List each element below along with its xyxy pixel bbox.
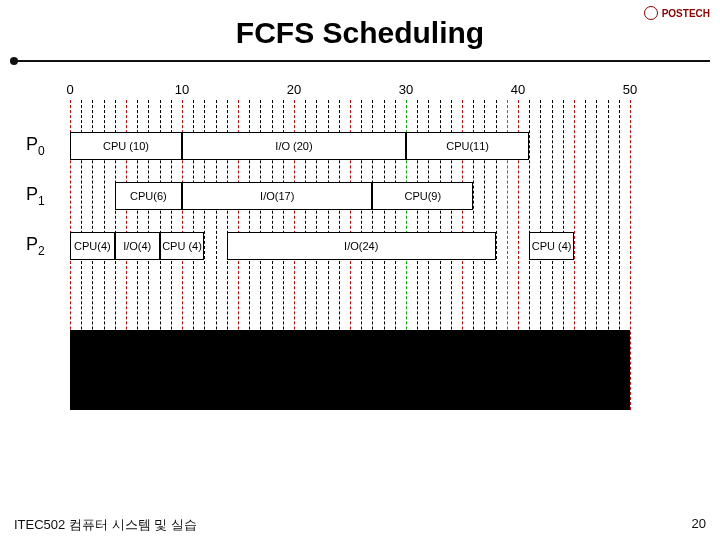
process-row: P0CPU (10)I/O (20)CPU(11) bbox=[70, 128, 630, 168]
postech-logo: POSTECH bbox=[644, 6, 710, 20]
segment: CPU(4) bbox=[70, 232, 115, 260]
process-row: P2CPU(4)I/O(4)CPU (4)I/O(24)CPU (4) bbox=[70, 228, 630, 268]
logo-text: POSTECH bbox=[662, 8, 710, 19]
segment: CPU(11) bbox=[406, 132, 529, 160]
segment: CPU (10) bbox=[70, 132, 182, 160]
segment: CPU (4) bbox=[529, 232, 574, 260]
title-rule bbox=[10, 60, 710, 64]
footer: ITEC502 컴퓨터 시스템 및 실습 20 bbox=[14, 516, 706, 534]
segment: CPU(9) bbox=[372, 182, 473, 210]
page-title: FCFS Scheduling bbox=[0, 0, 720, 50]
process-label: P2 bbox=[26, 234, 45, 258]
rows: P0CPU (10)I/O (20)CPU(11)P1CPU(6)I/O(17)… bbox=[70, 128, 630, 278]
tick-label: 50 bbox=[623, 82, 637, 97]
black-band bbox=[70, 330, 630, 410]
axis-labels: 01020304050 bbox=[70, 82, 630, 98]
segment: I/O(24) bbox=[227, 232, 496, 260]
seal-icon bbox=[644, 6, 658, 20]
footer-left: ITEC502 컴퓨터 시스템 및 실습 bbox=[14, 516, 197, 534]
segment: I/O(4) bbox=[115, 232, 160, 260]
page-number: 20 bbox=[692, 516, 706, 534]
segment: I/O(17) bbox=[182, 182, 372, 210]
tick-label: 30 bbox=[399, 82, 413, 97]
segment: CPU (4) bbox=[160, 232, 205, 260]
segment: I/O (20) bbox=[182, 132, 406, 160]
tick-label: 40 bbox=[511, 82, 525, 97]
process-label: P1 bbox=[26, 184, 45, 208]
tick-label: 20 bbox=[287, 82, 301, 97]
gridline bbox=[630, 100, 631, 410]
segment: CPU(6) bbox=[115, 182, 182, 210]
process-row: P1CPU(6)I/O(17)CPU(9) bbox=[70, 178, 630, 218]
process-label: P0 bbox=[26, 134, 45, 158]
tick-label: 0 bbox=[66, 82, 73, 97]
gantt-chart: 01020304050 P0CPU (10)I/O (20)CPU(11)P1C… bbox=[70, 100, 630, 410]
tick-label: 10 bbox=[175, 82, 189, 97]
